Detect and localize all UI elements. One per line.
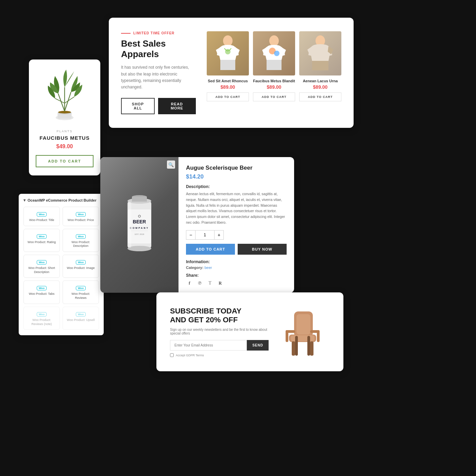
twitter-icon[interactable]: 𝕋: [206, 280, 213, 287]
plant-category-label: PLANTS: [36, 130, 94, 133]
plant-price: $49.00: [36, 143, 94, 150]
apparels-tag-text: LIMITED TIME OFFER: [133, 31, 174, 35]
beer-buy-now-button[interactable]: BUY NOW: [238, 244, 287, 255]
svg-text:COMPANY: COMPANY: [130, 227, 149, 229]
builder-header: ▾ OceanWP eCommerce Product Builder: [23, 198, 99, 203]
beer-category: Category: beer: [186, 266, 287, 270]
beer-product-title: Augue Scelerisque Beer: [186, 165, 287, 171]
builder-collapse-icon[interactable]: ▾: [23, 198, 26, 203]
subscribe-card: SUBSCRIBE TODAYAND GET 20% OFF Sign up o…: [156, 292, 343, 371]
svg-rect-33: [291, 335, 314, 341]
gdpr-label: Accept GDPR Terms: [176, 354, 204, 357]
builder-widget-image[interactable]: Woo Woo Product: Image: [63, 255, 99, 278]
woo-badge: Woo: [76, 286, 86, 290]
gdpr-checkbox[interactable]: [170, 353, 174, 357]
widget-label-rating: Woo Product: Rating: [27, 240, 57, 244]
plant-card-image-area: [36, 66, 94, 124]
apparel-add-cart-3[interactable]: ADD TO CART: [299, 92, 341, 101]
woo-badge: Woo: [37, 234, 47, 239]
beer-category-value: beer: [204, 266, 212, 270]
quantity-increase-button[interactable]: +: [214, 230, 224, 240]
woo-badge: Woo: [37, 312, 47, 317]
plant-name: FAUCIBUS METUS: [36, 135, 94, 141]
subscribe-subtitle: Sign up on our weekly newsletters and be…: [170, 328, 269, 335]
quantity-input[interactable]: [196, 230, 214, 240]
chair-illustration: [275, 305, 330, 359]
apparel-price-1: $89.00: [207, 84, 249, 90]
apparel-image-1: [207, 31, 249, 75]
widget-label-tabs: Woo Product: Tabs: [27, 292, 57, 296]
subscribe-title: SUBSCRIBE TODAYAND GET 20% OFF: [170, 307, 269, 325]
builder-widget-price[interactable]: Woo Woo Product: Price: [63, 207, 99, 226]
facebook-icon[interactable]: 𝐟: [186, 280, 193, 287]
apparels-left-section: LIMITED TIME OFFER Best Sales Apparels I…: [121, 31, 196, 114]
widget-label-upsell: Woo Product: Upsell: [66, 318, 96, 322]
builder-widget-short-desc[interactable]: Woo Woo Product: Short Description: [23, 255, 60, 278]
woo-badge: Woo: [37, 286, 47, 290]
widget-label-title: Woo Product: Title: [27, 218, 57, 222]
subscribe-input-row: SEND: [170, 340, 269, 351]
beer-product-price: $14.20: [186, 173, 287, 180]
widget-label-image: Woo Product: Image: [66, 266, 96, 270]
plant-add-to-cart-button[interactable]: ADD TO CART: [36, 155, 94, 167]
beer-zoom-icon[interactable]: 🔍: [167, 160, 175, 169]
builder-widget-reviews-note[interactable]: Woo Woo Product: Reviews (note): [23, 307, 60, 330]
shop-all-button[interactable]: SHOP ALL: [121, 98, 155, 114]
svg-rect-10: [220, 60, 235, 70]
apparel-add-cart-1[interactable]: ADD TO CART: [207, 92, 249, 101]
beer-description-label: Description:: [186, 184, 287, 189]
apparel-item-2: Faucibus Metus Blandit $89.00 ADD TO CAR…: [253, 31, 295, 101]
svg-rect-17: [312, 61, 328, 70]
woo-badge: Woo: [37, 260, 47, 265]
widget-label-price: Woo Product: Price: [66, 218, 96, 222]
svg-point-9: [223, 35, 233, 46]
apparel-price-2: $89.00: [253, 84, 295, 90]
builder-widget-reviews[interactable]: Woo Woo Product: Reviews: [63, 280, 99, 304]
apparel-item-3: Aenean Lacus Urna $89.00 ADD TO CART: [299, 31, 341, 101]
send-button[interactable]: SEND: [247, 340, 269, 351]
beer-description-text: Aenean lectus elit, fermentum non, conva…: [186, 191, 287, 225]
apparel-add-cart-2[interactable]: ADD TO CART: [253, 92, 295, 101]
widget-label-short-desc: Woo Product: Short Description: [27, 266, 57, 274]
svg-rect-39: [286, 330, 288, 342]
widget-label-reviews: Woo Product: Reviews: [66, 292, 96, 300]
quantity-decrease-button[interactable]: −: [186, 230, 196, 240]
apparel-image-2: [253, 31, 295, 75]
svg-rect-36: [295, 336, 298, 356]
woo-badge: Woo: [76, 312, 86, 317]
email-input[interactable]: [170, 340, 247, 351]
builder-widget-upsell[interactable]: Woo Woo Product: Upsell: [63, 307, 99, 330]
woo-badge: Woo: [76, 260, 86, 265]
widget-label-description: Woo Product: Description: [66, 240, 96, 248]
beer-product-card: ⬡ BEER COMPANY EST. 2018 🔍 Augue Sceleri…: [100, 157, 294, 293]
apparels-tag-line: [121, 33, 131, 34]
builder-widget-description[interactable]: Woo Woo Product: Description: [63, 229, 99, 252]
beer-information-label: Information:: [186, 259, 287, 264]
builder-widget-title[interactable]: Woo Woo Product: Title: [23, 207, 60, 226]
svg-text:EST. 2018: EST. 2018: [135, 233, 144, 235]
beer-action-buttons: ADD TO CART BUY NOW: [186, 244, 287, 255]
builder-widget-tabs[interactable]: Woo Woo Product: Tabs: [23, 280, 60, 304]
reddit-icon[interactable]: 𝐑: [217, 280, 223, 287]
builder-widget-grid: Woo Woo Product: Title Woo Woo Product: …: [23, 207, 99, 330]
beer-can-illustration: ⬡ BEER COMPANY EST. 2018: [119, 191, 160, 259]
svg-point-3: [58, 111, 71, 114]
pinterest-icon[interactable]: ℗: [196, 280, 203, 287]
apparel-price-3: $89.00: [299, 84, 341, 90]
beer-social-icons: 𝐟 ℗ 𝕋 𝐑: [186, 280, 287, 287]
widget-label-reviews-note: Woo Product: Reviews (note): [27, 318, 57, 326]
read-more-button[interactable]: READ MORE: [158, 98, 196, 114]
builder-title: OceanWP eCommerce Product Builder: [28, 198, 97, 202]
beer-add-to-cart-button[interactable]: ADD TO CART: [186, 244, 235, 255]
svg-rect-35: [310, 341, 313, 356]
svg-point-12: [269, 35, 279, 46]
apparels-product-list: Sed Sit Amet Rhoncus $89.00 ADD TO CART: [207, 31, 341, 101]
beer-share-label: Share:: [186, 273, 287, 278]
apparel-image-3: [299, 31, 341, 75]
svg-rect-31: [296, 314, 310, 335]
svg-point-11: [225, 49, 231, 54]
svg-rect-29: [129, 202, 131, 248]
svg-rect-34: [292, 341, 295, 356]
builder-widget-rating[interactable]: Woo Woo Product: Rating: [23, 229, 60, 252]
svg-rect-13: [267, 60, 282, 70]
